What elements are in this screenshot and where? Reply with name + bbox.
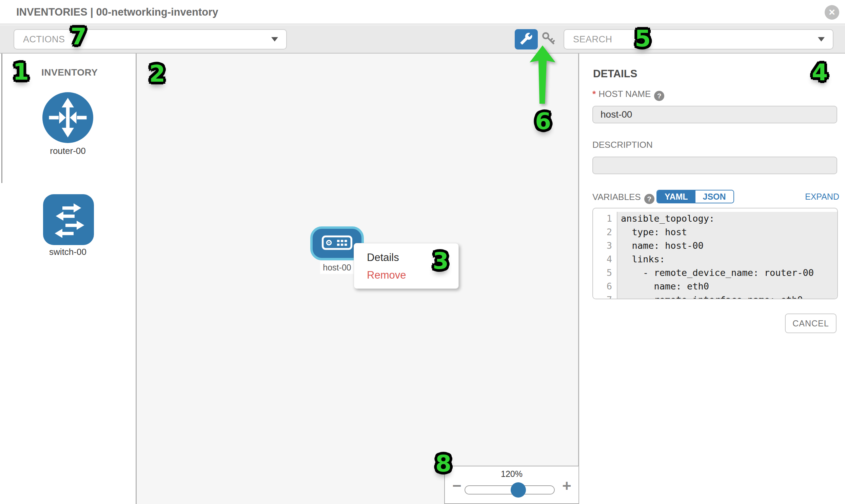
zoom-slider-track[interactable] (464, 485, 555, 494)
line-text: ansible_topology: (617, 212, 837, 226)
line-text: remote_interface_name: eth0 (617, 293, 837, 299)
zoom-out-button[interactable]: − (452, 476, 461, 495)
annotation-5: 5 (635, 25, 651, 52)
zoom-control: 120% − + (444, 466, 579, 504)
annotation-6: 6 (535, 108, 551, 134)
host-server-icon (321, 235, 353, 252)
actions-dropdown-label: ACTIONS (14, 34, 65, 45)
key-tool-button[interactable] (541, 31, 557, 48)
actions-dropdown[interactable]: ACTIONS (14, 29, 287, 50)
line-text: type: host (617, 226, 837, 239)
zoom-level-label: 120% (445, 469, 579, 479)
editor-line: 3 name: host-00 (593, 239, 837, 252)
variables-editor[interactable]: 1ansible_topology: 2 type: host 3 name: … (592, 208, 838, 299)
annotation-arrow-icon (529, 46, 556, 108)
host-name-label-row: *HOST NAME? (592, 89, 664, 101)
zoom-slider-thumb[interactable] (511, 482, 526, 498)
page-title: INVENTORIES | 00-networking-inventory (16, 6, 218, 18)
editor-lines: 1ansible_topology: 2 type: host 3 name: … (593, 209, 837, 299)
router-icon (42, 138, 93, 144)
sidebar-item-switch-label: switch-00 (17, 247, 119, 257)
sidebar-title: INVENTORY (41, 67, 98, 78)
format-toggle: YAML JSON (656, 190, 734, 203)
inventory-topology-app: INVENTORIES | 00-networking-inventory ✕ … (0, 0, 845, 504)
help-icon[interactable]: ? (654, 91, 664, 101)
line-number: 7 (593, 293, 617, 299)
close-button[interactable]: ✕ (825, 5, 839, 20)
search-dropdown[interactable]: SEARCH (564, 29, 833, 50)
description-label: DESCRIPTION (592, 140, 653, 150)
variables-label: VARIABLES (592, 192, 641, 202)
annotation-3: 3 (433, 248, 448, 274)
details-title: DETAILS (593, 68, 637, 80)
sidebar-edge-line (1, 54, 2, 183)
editor-line: 6 name: eth0 (593, 280, 837, 293)
cancel-button[interactable]: CANCEL (785, 313, 837, 333)
annotation-8: 8 (435, 450, 451, 477)
editor-line: 7 remote_interface_name: eth0 (593, 293, 837, 299)
line-text: name: host-00 (617, 239, 837, 252)
host-node-label: host-00 (320, 261, 354, 274)
line-number: 3 (593, 239, 617, 252)
sidebar-item-router-label: router-00 (17, 146, 119, 156)
page-header: INVENTORIES | 00-networking-inventory ✕ (0, 0, 845, 24)
yaml-toggle-button[interactable]: YAML (657, 191, 696, 203)
editor-line: 5 - remote_device_name: router-00 (593, 266, 837, 280)
line-text: name: eth0 (617, 280, 837, 293)
expand-link[interactable]: EXPAND (805, 192, 839, 202)
close-icon: ✕ (828, 7, 835, 17)
search-dropdown-label: SEARCH (564, 34, 612, 45)
line-number: 6 (593, 280, 617, 293)
sidebar-item-switch[interactable] (43, 194, 94, 245)
editor-line: 1ansible_topology: (593, 212, 837, 226)
json-toggle-button[interactable]: JSON (696, 191, 734, 203)
editor-line: 2 type: host (593, 226, 837, 239)
required-asterisk: * (592, 89, 596, 99)
wrench-icon (520, 32, 533, 47)
editor-line: 4 links: (593, 252, 837, 266)
line-text: - remote_device_name: router-00 (617, 266, 837, 280)
line-number: 5 (593, 266, 617, 280)
line-number: 4 (593, 252, 617, 266)
host-name-label: HOST NAME (598, 89, 651, 99)
annotation-7: 7 (71, 23, 86, 50)
description-label-row: DESCRIPTION (592, 140, 653, 150)
help-icon[interactable]: ? (644, 194, 654, 204)
line-number: 1 (593, 212, 617, 226)
host-name-input[interactable] (592, 106, 837, 123)
annotation-1: 1 (13, 58, 29, 85)
line-number: 2 (593, 226, 617, 239)
variables-label-row: VARIABLES? (592, 192, 654, 204)
line-text: links: (617, 252, 837, 266)
description-input[interactable] (592, 157, 837, 174)
sidebar-item-router[interactable] (42, 92, 93, 143)
annotation-4: 4 (812, 59, 828, 86)
switch-icon (43, 240, 94, 246)
chevron-down-icon (271, 37, 278, 42)
chevron-down-icon (818, 37, 825, 42)
annotation-2: 2 (149, 60, 165, 87)
zoom-in-button[interactable]: + (562, 476, 571, 495)
